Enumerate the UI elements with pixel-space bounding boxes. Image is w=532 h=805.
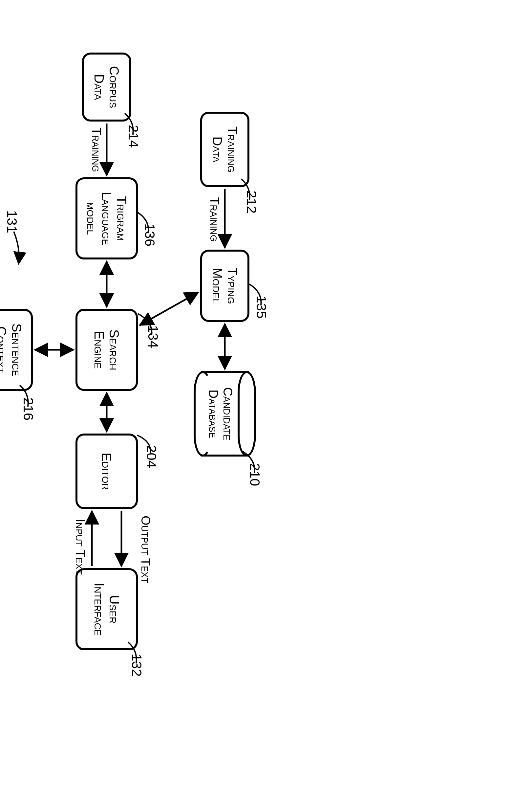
svg-line-2	[140, 292, 198, 325]
edgelabel-training: Training	[207, 197, 222, 242]
edgelabel-output-text: Output Text	[138, 516, 153, 565]
edgelabel-corpus-training: Training	[89, 127, 103, 172]
page: Training Data 212 Typing Model 135 Candi…	[0, 0, 532, 805]
diagram: Training Data 212 Typing Model 135 Candi…	[0, 39, 269, 663]
connectors	[0, 39, 269, 663]
edgelabel-input-text: Input Text	[73, 519, 87, 565]
